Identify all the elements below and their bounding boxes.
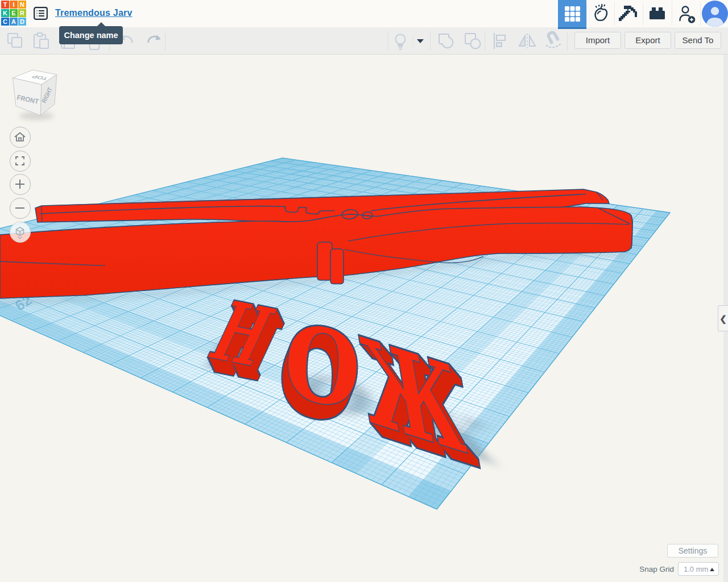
- export-button[interactable]: Export: [624, 32, 671, 49]
- perspective-toggle-button[interactable]: [10, 222, 31, 243]
- logo-cell: A: [10, 18, 18, 26]
- design-title-link[interactable]: Tremendous Jarv: [55, 8, 133, 18]
- avatar-icon: [702, 0, 728, 27]
- minus-icon: [10, 198, 30, 218]
- brick-icon: [643, 0, 671, 27]
- home-view-button[interactable]: [10, 127, 31, 148]
- home-icon: [10, 127, 30, 147]
- pickaxe-icon: [614, 0, 643, 27]
- panel-expand-tab[interactable]: ❮: [718, 305, 728, 331]
- change-name-tooltip: Change name: [59, 26, 123, 44]
- list-icon: [34, 7, 48, 20]
- perspective-cube-icon: [10, 222, 30, 242]
- blocks-grid-button[interactable]: [558, 0, 586, 27]
- logo-cell: T: [1, 1, 9, 9]
- fit-view-button[interactable]: [10, 151, 31, 172]
- add-person-button[interactable]: [672, 0, 700, 27]
- add-person-icon: [672, 0, 700, 27]
- sim-lab-button[interactable]: [586, 0, 615, 27]
- caret-down-icon: [407, 27, 430, 55]
- ungroup-button[interactable]: [459, 27, 486, 55]
- paste-button[interactable]: [27, 27, 55, 55]
- app-header: TINKERCAD Tremendous Jarv: [0, 0, 728, 27]
- snap-grid-dropdown[interactable]: 1.0 mm: [678, 562, 719, 576]
- fit-view-icon: [10, 151, 30, 171]
- copy-icon: [1, 27, 28, 55]
- workplane-magnet-button[interactable]: [540, 27, 568, 55]
- import-button[interactable]: Import: [574, 32, 621, 49]
- send-to-button[interactable]: Send To: [675, 32, 721, 49]
- logo-cell: R: [18, 9, 26, 17]
- toolbar-separator: [430, 31, 431, 51]
- avatar[interactable]: [702, 0, 728, 27]
- tinkercad-logo[interactable]: TINKERCAD: [1, 1, 26, 26]
- header-separator: [700, 2, 701, 26]
- toolbar-separator: [165, 31, 166, 51]
- caret-up-icon: [710, 568, 714, 571]
- active-tab-underline: [558, 27, 586, 29]
- blocks-grid-icon: [558, 0, 586, 27]
- snap-grid-value: 1.0 mm: [684, 565, 708, 573]
- logo-cell: N: [18, 1, 26, 9]
- letter-O[interactable]: ОООООООООООООООООООООООООООО: [275, 300, 365, 448]
- design-properties-button[interactable]: [34, 7, 48, 20]
- zoom-out-button[interactable]: [10, 198, 31, 219]
- logo-cell: K: [1, 9, 9, 17]
- lego-brick-button[interactable]: [643, 0, 671, 27]
- 3d-viewport[interactable]: 62: [0, 55, 728, 582]
- magnet-icon: [540, 27, 568, 55]
- mirror-button[interactable]: [514, 27, 541, 55]
- zoom-in-button[interactable]: [10, 174, 31, 195]
- ungroup-icon: [459, 27, 486, 55]
- minecraft-pickaxe-button[interactable]: [614, 0, 643, 27]
- toolbar-separator: [485, 31, 485, 51]
- logo-cell: D: [18, 18, 26, 26]
- paste-icon: [27, 27, 55, 55]
- settings-button[interactable]: Settings: [667, 544, 718, 558]
- copy-button[interactable]: [1, 27, 28, 55]
- group-icon: [432, 27, 460, 55]
- tinkercad-editor: { "header": { "logo_letters": [ "T", "I"…: [0, 0, 728, 582]
- toolbar-separator: [567, 31, 568, 51]
- group-button[interactable]: [432, 27, 460, 55]
- redo-button[interactable]: [140, 27, 168, 55]
- align-button[interactable]: [487, 27, 514, 55]
- sim-lab-apple-icon: [586, 0, 615, 27]
- logo-cell: E: [10, 9, 18, 17]
- plus-icon: [10, 174, 30, 194]
- logo-cell: I: [10, 1, 18, 9]
- mirror-icon: [514, 27, 541, 55]
- scene: 62: [0, 55, 728, 582]
- redo-arrow-icon: [140, 27, 168, 55]
- toolbar-separator: [388, 31, 388, 51]
- logo-cell: C: [1, 18, 9, 26]
- align-icon: [487, 27, 514, 55]
- show-all-menu-button[interactable]: [407, 27, 430, 55]
- view-cube[interactable]: TOP FRONT RIGHT: [0, 63, 68, 131]
- chevron-left-icon: ❮: [719, 314, 727, 323]
- snap-grid-label: Snap Grid: [617, 565, 674, 573]
